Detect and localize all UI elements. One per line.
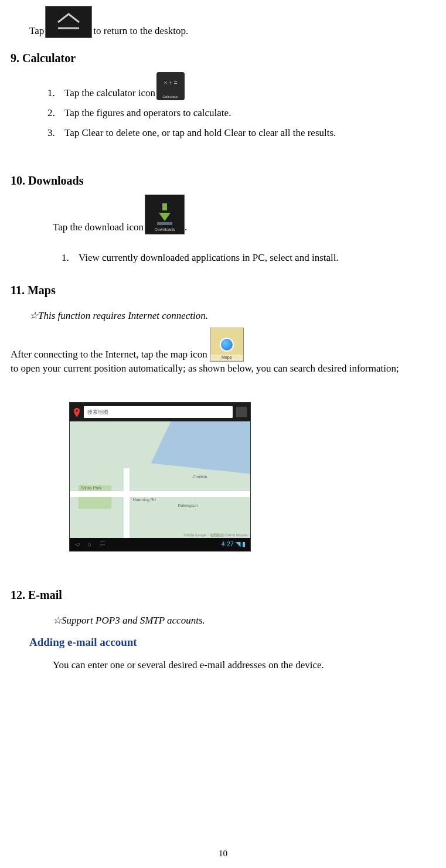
map-navbar: ◅ ⌂ ☰ 4:27 ◥ ▮	[70, 538, 250, 551]
map-search-placeholder: 搜索地图	[87, 409, 108, 416]
calc-item-1-text: Tap the calculator icon	[64, 86, 155, 100]
nav-back-icon[interactable]: ◅	[74, 540, 79, 549]
downloads-text: Tap the download icon	[53, 220, 144, 234]
map-label-area: Chalixia	[192, 474, 207, 480]
map-search-input[interactable]: 搜索地图	[84, 406, 233, 418]
calc-item-2: Tap the figures and operators to calcula…	[57, 106, 435, 120]
heading-calculator: 9. Calculator	[11, 50, 435, 66]
map-pin-icon	[73, 407, 80, 417]
email-note: ☆Support POP3 and SMTP accounts.	[11, 614, 435, 628]
maps-text-pre: After connecting to the Internet, tap th…	[11, 348, 207, 362]
email-sub-heading: Adding e-mail account	[11, 635, 435, 651]
maps-text-post: to open your current position automatica…	[11, 362, 399, 376]
downloads-body: Tap the download icon . View currently d…	[11, 195, 435, 265]
maps-paragraph: After connecting to the Internet, tap th…	[11, 328, 435, 376]
email-body-text: You can enter one or several desired e-m…	[11, 658, 435, 672]
heading-maps: 11. Maps	[11, 282, 435, 298]
text-return: to return to the desktop.	[93, 24, 188, 38]
map-topbar: 搜索地图	[70, 403, 250, 421]
downloads-sublist: View currently downloaded applications i…	[53, 251, 435, 265]
text-tap: Tap	[29, 24, 44, 38]
map-layers-icon	[236, 407, 247, 417]
downloads-period: .	[185, 220, 187, 234]
map-copyright: ©2012 Google - 地图数据 ©2012 Mapabc	[183, 533, 248, 537]
svg-point-1	[76, 410, 78, 412]
map-label-village: Dalangcun	[178, 503, 198, 509]
map-label-park: Shi'ao Park	[80, 485, 101, 491]
intro-line: Tap to return to the desktop.	[11, 6, 435, 38]
maps-note: ☆This function requires Internet connect…	[11, 309, 435, 323]
calc-item-3: Tap Clear to delete one, or tap and hold…	[57, 126, 435, 140]
page-number: 10	[0, 847, 446, 860]
heading-downloads: 10. Downloads	[11, 172, 435, 189]
maps-icon	[210, 328, 244, 362]
heading-email: 12. E-mail	[11, 587, 435, 603]
downloads-sub-item-1: View currently downloaded applications i…	[72, 251, 435, 265]
downloads-icon	[145, 195, 185, 234]
calc-item-1: Tap the calculator icon	[57, 72, 435, 100]
home-icon	[45, 6, 92, 38]
map-screenshot: 搜索地图 Shi'ao Park Huaming Rd Dalangcun Ch…	[69, 402, 251, 552]
nav-home-icon[interactable]: ⌂	[87, 540, 91, 549]
map-body[interactable]: Shi'ao Park Huaming Rd Dalangcun Chalixi…	[70, 421, 250, 538]
calculator-list: Tap the calculator icon Tap the figures …	[11, 72, 435, 140]
nav-time: 4:27 ◥ ▮	[221, 540, 246, 549]
nav-recent-icon[interactable]: ☰	[100, 540, 105, 549]
map-label-road: Huaming Rd	[133, 497, 156, 503]
calculator-icon	[156, 72, 185, 100]
